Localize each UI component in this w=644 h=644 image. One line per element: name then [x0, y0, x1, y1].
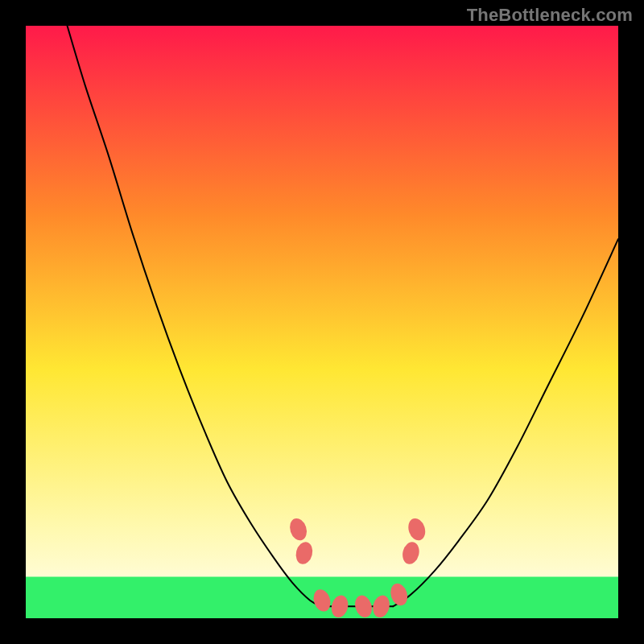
plot-area: [26, 26, 618, 618]
chart-frame: TheBottleneck.com: [0, 0, 644, 644]
watermark-text: TheBottleneck.com: [467, 5, 633, 26]
gradient-background: [26, 26, 618, 618]
plot-svg: [26, 26, 618, 618]
